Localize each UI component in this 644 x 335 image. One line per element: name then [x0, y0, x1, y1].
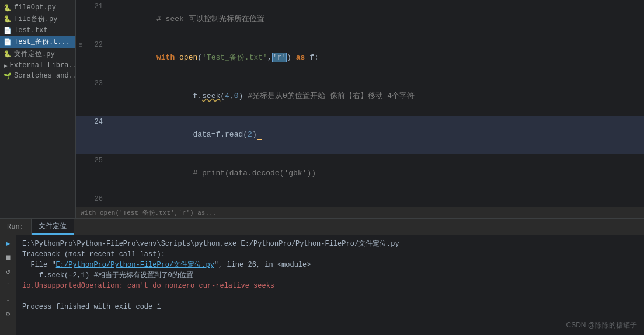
num-0: 0: [234, 92, 239, 100]
comma: ,: [267, 53, 272, 62]
python-icon-3: 🐍: [4, 50, 12, 58]
sidebar: 🐍 fileOpt.py 🐍 File备份.py 📄 Test.txt 📄 Te…: [0, 0, 76, 218]
term-line-7: Process finished with exit code 1: [22, 302, 638, 312]
settings-button[interactable]: ⚙: [2, 308, 14, 319]
scroll-down-button[interactable]: ↓: [2, 294, 14, 305]
panel-controls: ▶ ⏹ ↺ ↑ ↓ ⚙: [0, 235, 16, 335]
str-mode: 'r': [272, 53, 287, 62]
code-status-text: with open('Test_备份.txt','r') as...: [81, 210, 217, 217]
term-line-6: [22, 291, 638, 302]
sidebar-item-testbak[interactable]: 📄 Test_备份.t...: [0, 36, 75, 48]
indent-23: [156, 92, 193, 100]
code-line-26: 26 f.seek(-2,1) #相当于光标有设置到了0的位置: [76, 193, 644, 207]
code-editor: 21 # seek 可以控制光标所在位置 ⊟ 22 with open('Tes…: [76, 0, 644, 218]
main-area: 🐍 fileOpt.py 🐍 File备份.py 📄 Test.txt 📄 Te…: [0, 0, 644, 218]
line-content-21[interactable]: # seek 可以控制光标所在位置: [109, 0, 644, 39]
term-line-4: f.seek(-2,1) #相当于光标有设置到了0的位置: [22, 270, 638, 281]
line-number-22: 22: [85, 39, 109, 51]
code-line-21: 21 # seek 可以控制光标所在位置: [76, 0, 644, 39]
kw-as: as: [291, 53, 309, 62]
tab-label: 文件定位: [39, 221, 67, 231]
line-content-26[interactable]: f.seek(-2,1) #相当于光标有设置到了0的位置: [109, 193, 644, 207]
file-icon-2: 📄: [4, 38, 12, 46]
sidebar-item-fileloc[interactable]: 🐍 文件定位.py: [0, 48, 75, 60]
comment-23: #光标是从0的位置开始 像前【右】移动 4个字符: [243, 92, 415, 100]
line-content-25[interactable]: # print(data.decode('gbk')): [109, 154, 644, 193]
line-content-24[interactable]: data=f.read(2): [109, 116, 644, 154]
line-number-23: 23: [85, 77, 109, 90]
num-4: 4: [225, 92, 229, 100]
str-filename: 'Test_备份.txt': [202, 53, 267, 62]
code-status-bar: with open('Test_备份.txt','r') as...: [76, 207, 644, 218]
indent-24: [156, 130, 193, 139]
fold-icon-22[interactable]: ⊟: [76, 39, 85, 52]
bottom-panel: Run: 文件定位 ▶ ⏹ ↺ ↑ ↓ ⚙ E:\PythonPro\Pytho…: [0, 218, 644, 335]
term-file-link[interactable]: E:/PythonPro/Python-FilePro/文件定位.py: [56, 261, 214, 269]
sidebar-item-label-3: Test.txt: [14, 26, 48, 34]
term-line-5: io.UnsupportedOperation: can't do nonzer…: [22, 281, 638, 291]
panel-tab-run-label: Run:: [0, 219, 32, 235]
sidebar-item-label-4: Test_备份.t...: [14, 37, 70, 47]
sidebar-item-fileopt[interactable]: 🐍 fileOpt.py: [0, 2, 75, 13]
var-data: data=f.read(: [193, 130, 248, 139]
python-icon-2: 🐍: [4, 15, 12, 23]
line-number-26: 26: [85, 193, 109, 205]
stop-button[interactable]: ⏹: [2, 252, 14, 263]
sidebar-item-label-2: File备份.py: [14, 14, 57, 24]
run-label: Run:: [7, 223, 24, 231]
panel-tab-fileloc[interactable]: 文件定位: [32, 219, 74, 235]
comment-25: # print(data.decode('gbk')): [156, 169, 316, 177]
var-f: f:: [309, 53, 319, 62]
panel-tabs: Run: 文件定位: [0, 219, 644, 235]
comment-21: # seek 可以控制光标所在位置: [156, 15, 264, 23]
fn-seek-23: seek: [202, 92, 220, 100]
line-content-22[interactable]: with open('Test_备份.txt','r') as f:: [109, 39, 644, 77]
sidebar-item-scratches[interactable]: 🌱 Scratches and...: [0, 71, 75, 81]
scratch-icon: 🌱: [4, 72, 12, 80]
paren-close: ): [287, 53, 291, 62]
sidebar-item-test[interactable]: 📄 Test.txt: [0, 25, 75, 36]
code-line-23: 23 f.seek(4,0) #光标是从0的位置开始 像前【右】移动 4个字符: [76, 77, 644, 116]
watermark-text: CSDN @陈陈的糖罐子: [566, 320, 637, 330]
args-23: (: [220, 92, 225, 100]
file-icon: 📄: [4, 27, 12, 34]
term-line-1: E:\PythonPro\Python-FilePro\venv\Scripts…: [22, 239, 638, 249]
terminal-output[interactable]: E:\PythonPro\Python-FilePro\venv\Scripts…: [16, 235, 644, 335]
fn-open: open: [179, 53, 197, 62]
sidebar-item-label-6: External Libra...: [10, 61, 75, 69]
scroll-up-button[interactable]: ↑: [2, 280, 14, 291]
python-icon: 🐍: [4, 4, 12, 12]
rerun-button[interactable]: ↺: [2, 266, 14, 277]
line-content-23[interactable]: f.seek(4,0) #光标是从0的位置开始 像前【右】移动 4个字符: [109, 77, 644, 116]
paren-open: (: [197, 53, 202, 62]
sidebar-item-external[interactable]: ▶ External Libra...: [0, 60, 75, 71]
term-line-3: File "E:/PythonPro/Python-FilePro/文件定位.p…: [22, 260, 638, 270]
sidebar-item-filebak[interactable]: 🐍 File备份.py: [0, 13, 75, 25]
term-line-2: Traceback (most recent call last):: [22, 249, 638, 260]
line-number-25: 25: [85, 154, 109, 167]
sidebar-item-label-7: Scratches and...: [14, 72, 75, 80]
sidebar-item-label: fileOpt.py: [14, 4, 56, 12]
lib-icon: ▶: [4, 62, 8, 69]
code-lines: 21 # seek 可以控制光标所在位置 ⊟ 22 with open('Tes…: [76, 0, 644, 207]
panel-content: ▶ ⏹ ↺ ↑ ↓ ⚙ E:\PythonPro\Python-FilePro\…: [0, 235, 644, 335]
code-line-22: ⊟ 22 with open('Test_备份.txt','r') as f:: [76, 39, 644, 77]
line-number-24: 24: [85, 116, 109, 128]
code-line-25: 25 # print(data.decode('gbk')): [76, 154, 644, 193]
rparen-24: ): [252, 130, 257, 139]
num-2a: 2: [248, 130, 252, 139]
code-line-24: 24 data=f.read(2): [76, 116, 644, 154]
cursor: [257, 130, 262, 140]
comma-23: ,: [229, 92, 234, 100]
var-f2: f.: [193, 92, 202, 100]
run-button[interactable]: ▶: [2, 238, 14, 249]
line-number-21: 21: [85, 0, 109, 13]
sidebar-item-label-5: 文件定位.py: [14, 49, 55, 59]
kw-with: with: [156, 53, 179, 62]
